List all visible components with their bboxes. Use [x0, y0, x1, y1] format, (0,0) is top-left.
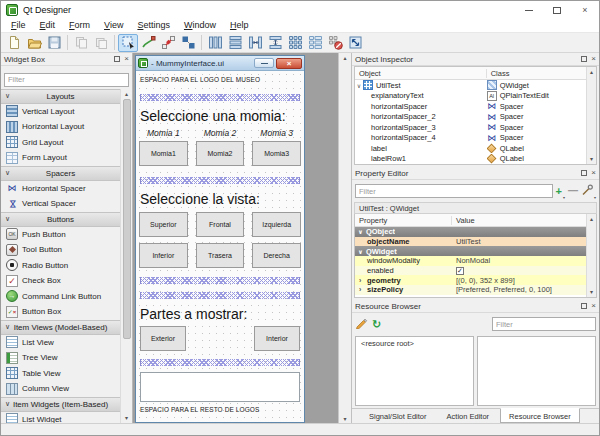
- widget-item-check-box[interactable]: Check Box: [1, 273, 120, 289]
- scrollbar-thumb[interactable]: [123, 99, 131, 340]
- widget-item-table-view[interactable]: Table View: [1, 366, 120, 382]
- menu-file[interactable]: File: [4, 19, 33, 32]
- enabled-checkbox[interactable]: ✓: [456, 267, 464, 275]
- close-icon[interactable]: ×: [591, 56, 596, 62]
- object-inspector-scrollbar[interactable]: ▴▾: [586, 67, 596, 164]
- edit-widgets-icon[interactable]: [118, 34, 138, 52]
- interior-button[interactable]: Interior: [254, 326, 300, 351]
- property-enabled[interactable]: enabled✓: [355, 266, 586, 276]
- menu-edit[interactable]: Edit: [33, 19, 63, 32]
- adjust-size-icon[interactable]: [345, 34, 365, 52]
- tree-row-explanatorytext[interactable]: explanatoryTextQPlainTextEdit: [355, 91, 586, 102]
- property-editor-scrollbar[interactable]: ▴▾: [586, 214, 596, 297]
- tree-row-horizontalspacer-4[interactable]: horizontalSpacer_4Spacer: [355, 133, 586, 144]
- widget-box-scrollbar[interactable]: ▴▾: [120, 89, 132, 424]
- horizontal-spacer[interactable]: [140, 94, 300, 101]
- edit-signals-slots-icon[interactable]: [138, 34, 158, 52]
- maximize-icon[interactable]: [543, 1, 571, 19]
- widget-item-list-view[interactable]: List View: [1, 335, 120, 351]
- tree-row-labelrow1[interactable]: labelRow1QLabel: [355, 154, 586, 165]
- scroll-up-icon[interactable]: ▴: [343, 54, 346, 61]
- widget-item-tree-view[interactable]: Tree View: [1, 350, 120, 366]
- close-icon[interactable]: ×: [591, 170, 596, 176]
- minimize-icon[interactable]: [515, 1, 543, 19]
- group-qobject[interactable]: ∨QObject: [355, 227, 586, 237]
- add-property-icon[interactable]: +: [556, 186, 562, 196]
- section-item-views[interactable]: ∨Item Views (Model-Based): [1, 320, 120, 335]
- tree-row-label[interactable]: labelQLabel: [355, 143, 586, 154]
- chevron-down-icon[interactable]: ∨: [355, 82, 363, 89]
- widget-item-form-layout[interactable]: Form Layout: [1, 150, 120, 166]
- expand-icon[interactable]: ›: [359, 286, 367, 293]
- scroll-down-icon[interactable]: ▾: [590, 287, 593, 297]
- lay-out-horizontally-in-splitter-icon[interactable]: [245, 34, 265, 52]
- break-layout-icon[interactable]: [325, 34, 345, 52]
- column-value[interactable]: Value: [452, 216, 586, 225]
- scroll-up-icon[interactable]: ▴: [125, 89, 128, 99]
- widget-box-filter-input[interactable]: [4, 73, 129, 87]
- derecha-button[interactable]: Derecha: [252, 243, 301, 268]
- section-layouts[interactable]: ∨Layouts: [1, 89, 120, 104]
- float-icon[interactable]: [581, 170, 587, 176]
- section-buttons[interactable]: ∨Buttons: [1, 212, 120, 227]
- property-geometry[interactable]: ›geometry[(0, 0), 352 x 899]: [355, 275, 586, 285]
- widget-item-button-box[interactable]: Button Box: [1, 304, 120, 320]
- column-class[interactable]: Class: [487, 69, 586, 78]
- property-filter-input[interactable]: [355, 184, 553, 198]
- izquierda-button[interactable]: Izquierda: [252, 212, 301, 237]
- resource-preview-pane[interactable]: [477, 336, 596, 406]
- widget-item-vertical-layout[interactable]: Vertical Layout: [1, 104, 120, 120]
- menu-view[interactable]: View: [97, 19, 130, 32]
- property-sizepolicy[interactable]: ›sizePolicy[Preferred, Preferred, 0, 100…: [355, 285, 586, 295]
- widget-item-column-view[interactable]: Column View: [1, 381, 120, 397]
- form-close-icon[interactable]: ×: [276, 58, 302, 69]
- expand-icon[interactable]: ›: [359, 277, 367, 284]
- scroll-up-icon[interactable]: ▴: [590, 214, 593, 224]
- property-windowmodality[interactable]: windowModalityNonModal: [355, 256, 586, 266]
- menu-form[interactable]: Form: [62, 19, 97, 32]
- edit-buddies-icon[interactable]: [158, 34, 178, 52]
- tree-row-horizontalspacer-3[interactable]: horizontalSpacer_3Spacer: [355, 122, 586, 133]
- superior-button[interactable]: Superior: [139, 212, 188, 237]
- momia2-button[interactable]: Momia2: [196, 141, 245, 166]
- form-minimize-icon[interactable]: [254, 58, 274, 68]
- widget-item-push-button[interactable]: Push Button: [1, 227, 120, 243]
- float-icon[interactable]: [114, 56, 120, 62]
- float-icon[interactable]: [581, 303, 587, 309]
- form-canvas[interactable]: ESPACIO PARA EL LOGO DEL MUSEO Seleccion…: [136, 71, 304, 422]
- property-objectname[interactable]: objectNameUtilTest: [355, 237, 586, 247]
- configure-icon[interactable]: [581, 182, 593, 200]
- save-form-icon[interactable]: [44, 34, 64, 52]
- close-icon[interactable]: ×: [571, 1, 599, 19]
- horizontal-spacer[interactable]: [140, 177, 300, 184]
- new-form-icon[interactable]: [4, 34, 24, 52]
- frontal-button[interactable]: Frontal: [196, 212, 245, 237]
- menu-help[interactable]: Help: [223, 19, 256, 32]
- resource-filter-input[interactable]: [492, 317, 596, 331]
- form-title-bar[interactable]: - MummyInterface.ui ×: [136, 56, 304, 71]
- edit-tab-order-icon[interactable]: [178, 34, 198, 52]
- lay-out-horizontally-icon[interactable]: [205, 34, 225, 52]
- section-spacers[interactable]: ∨Spacers: [1, 166, 120, 181]
- widget-item-vertical-spacer[interactable]: Vertical Spacer: [1, 196, 120, 212]
- lay-out-vertically-icon[interactable]: [225, 34, 245, 52]
- open-form-icon[interactable]: [24, 34, 44, 52]
- momia1-button[interactable]: Momia1: [139, 141, 188, 166]
- scroll-up-icon[interactable]: ▴: [590, 67, 593, 77]
- close-icon[interactable]: ×: [591, 303, 596, 309]
- widget-item-list-widget[interactable]: List Widget: [1, 412, 120, 424]
- widget-item-tool-button[interactable]: Tool Button: [1, 242, 120, 258]
- inferior-button[interactable]: Inferior: [139, 243, 188, 268]
- widget-item-grid-layout[interactable]: Grid Layout: [1, 135, 120, 151]
- lay-out-in-grid-icon[interactable]: [285, 34, 305, 52]
- mdi-scrollbar[interactable]: ▴ ▾: [338, 53, 351, 423]
- scroll-down-icon[interactable]: ▾: [343, 415, 346, 422]
- section-item-widgets[interactable]: ∨Item Widgets (Item-Based): [1, 397, 120, 412]
- tree-row-horizontalspacer-2[interactable]: horizontalSpacer_2Spacer: [355, 112, 586, 123]
- close-icon[interactable]: ×: [124, 56, 129, 62]
- exterior-button[interactable]: Exterior: [140, 326, 186, 351]
- column-object[interactable]: Object: [355, 69, 487, 78]
- widget-item-horizontal-spacer[interactable]: Horizontal Spacer: [1, 181, 120, 197]
- edit-resources-icon[interactable]: [355, 315, 368, 333]
- resource-tree-pane[interactable]: <resource root>: [355, 336, 474, 406]
